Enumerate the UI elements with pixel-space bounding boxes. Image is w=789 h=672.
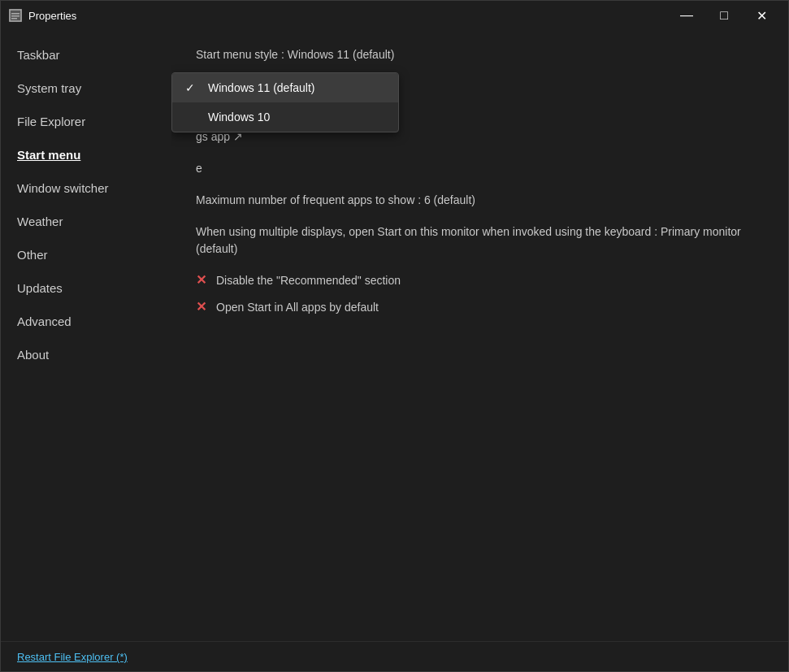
window-title: Properties [28, 10, 668, 22]
sidebar-item-about[interactable]: About [1, 338, 171, 371]
disable-recommended-row: ✕ Disable the "Recommended" section [196, 272, 764, 288]
app-icon [9, 9, 22, 22]
minimize-button[interactable]: — [668, 3, 705, 28]
x-icon-1: ✕ [196, 272, 206, 288]
svg-rect-2 [11, 15, 20, 17]
checkmark-win11: ✓ [185, 81, 202, 94]
style-dropdown[interactable]: ✓ Windows 11 (default) Windows 10 [171, 72, 399, 132]
sidebar-item-updates[interactable]: Updates [1, 271, 171, 305]
content-area: Taskbar System tray File Explorer Start … [1, 30, 788, 641]
x-icon-2: ✕ [196, 299, 206, 314]
svg-rect-1 [11, 13, 20, 15]
sidebar-item-other[interactable]: Other [1, 238, 171, 271]
dropdown-option-win10[interactable]: Windows 10 [172, 102, 398, 132]
sidebar-item-system-tray[interactable]: System tray [1, 72, 171, 105]
main-content: Start menu style : Windows 11 (default) … [171, 30, 788, 641]
multi-display-label: When using multiple displays, open Start… [196, 225, 741, 255]
multi-display-row: When using multiple displays, open Start… [196, 223, 764, 258]
sidebar: Taskbar System tray File Explorer Start … [1, 30, 171, 641]
sidebar-item-window-switcher[interactable]: Window switcher [1, 171, 171, 205]
checkmark-win10 [185, 111, 202, 124]
partial-row-2: e [196, 160, 764, 177]
sidebar-item-file-explorer[interactable]: File Explorer [1, 105, 171, 138]
max-frequent-apps-row: Maximum number of frequent apps to show … [196, 192, 764, 209]
open-all-apps-label: Open Start in All apps by default [216, 301, 379, 314]
sidebar-item-start-menu[interactable]: Start menu [1, 138, 171, 171]
svg-rect-3 [11, 18, 17, 20]
window-controls: — □ ✕ [668, 3, 780, 28]
dropdown-option-win11[interactable]: ✓ Windows 11 (default) [172, 73, 398, 102]
maximize-button[interactable]: □ [705, 3, 743, 28]
title-bar: Properties — □ ✕ [1, 1, 788, 30]
max-frequent-apps-label: Maximum number of frequent apps to show … [196, 193, 475, 206]
properties-window: Properties — □ ✕ Taskbar System tray Fil… [0, 0, 789, 672]
partial-text-2: e [196, 162, 202, 175]
disable-recommended-label: Disable the "Recommended" section [216, 274, 401, 287]
footer-bar: Restart File Explorer (*) [1, 641, 788, 671]
start-menu-style-label: Start menu style : Windows 11 (default) [196, 48, 394, 61]
sidebar-item-weather[interactable]: Weather [1, 205, 171, 238]
restart-file-explorer-link[interactable]: Restart File Explorer (*) [17, 651, 128, 663]
open-all-apps-row: ✕ Open Start in All apps by default [196, 299, 764, 314]
sidebar-item-advanced[interactable]: Advanced [1, 305, 171, 338]
close-button[interactable]: ✕ [743, 3, 780, 28]
sidebar-item-taskbar[interactable]: Taskbar [1, 38, 171, 72]
start-menu-style-row: Start menu style : Windows 11 (default) [196, 46, 764, 63]
